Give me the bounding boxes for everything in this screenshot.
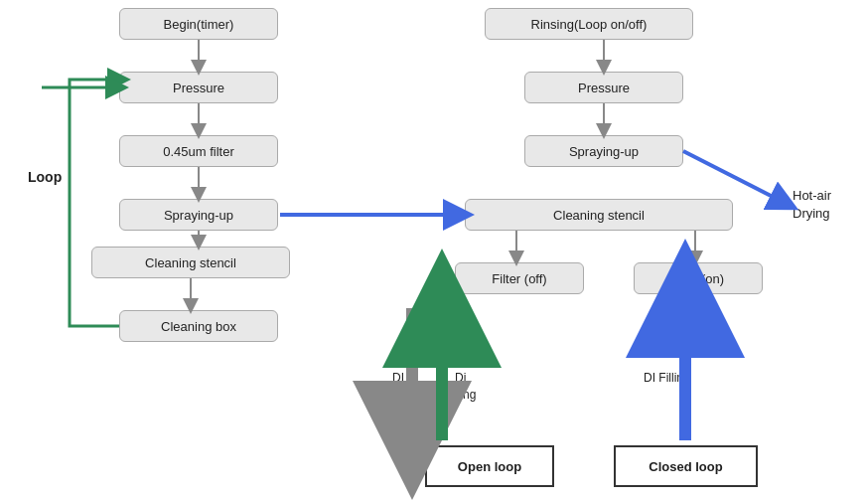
- di-emptying-label: DIEmptying: [373, 370, 423, 404]
- loop-label: Loop: [28, 169, 62, 185]
- svg-line-9: [683, 151, 785, 203]
- cleaning-stencil-right-box: Cleaning stencil: [465, 199, 733, 231]
- pressure-right-box: Pressure: [524, 72, 683, 103]
- di-filling-right-label: DI Filling: [644, 370, 690, 387]
- loop-on-box: Loop(on): [634, 262, 763, 294]
- di-filling-left-label: DiFilling: [445, 370, 476, 404]
- closed-loop-box: Closed loop: [614, 445, 758, 487]
- open-loop-box: Open loop: [425, 445, 554, 487]
- hot-air-label: Hot-airDrying: [793, 187, 831, 223]
- spraying-right-box: Spraying-up: [524, 135, 683, 167]
- filter-off-box: Filter (off): [455, 262, 584, 294]
- begin-box: Begin(timer): [119, 8, 278, 40]
- filter-box: 0.45um filter: [119, 135, 278, 167]
- cleaning-left-box: Cleaning stencil: [91, 247, 290, 278]
- rinsing-box: Rinsing(Loop on/off): [485, 8, 693, 40]
- cleaning-box-box: Cleaning box: [119, 310, 278, 342]
- pressure-left-box: Pressure: [119, 72, 278, 103]
- diagram: Begin(timer) Pressure 0.45um filter Spra…: [0, 0, 868, 501]
- spraying-left-box: Spraying-up: [119, 199, 278, 231]
